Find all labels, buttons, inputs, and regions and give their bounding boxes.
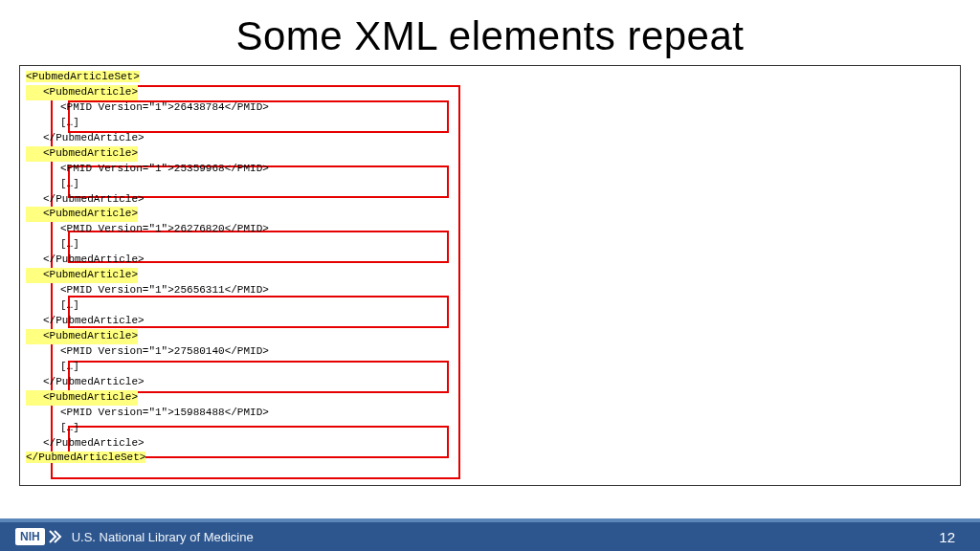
- tag-set-open: <PubmedArticleSet>: [26, 71, 140, 82]
- pmid-line-5: <PMID Version="1">27580140</PMID>: [26, 344, 269, 360]
- pmid-line-3: <PMID Version="1">26276820</PMID>: [26, 222, 269, 237]
- tag-article-open: <PubmedArticle>: [26, 85, 138, 100]
- tag-set-close: </PubmedArticleSet>: [26, 452, 145, 463]
- ellipsis-line: […]: [26, 298, 79, 314]
- pmid-line-4: <PMID Version="1">25656311</PMID>: [26, 283, 269, 298]
- chevron-right-icon: [47, 529, 62, 544]
- pmid-line-1: <PMID Version="1">26438784</PMID>: [26, 100, 269, 116]
- tag-article-open: <PubmedArticle>: [26, 390, 138, 406]
- footer-bar: NIH U.S. National Library of Medicine 12: [0, 518, 980, 551]
- pmid-line-6: <PMID Version="1">15988488</PMID>: [26, 406, 269, 421]
- ellipsis-line: […]: [26, 116, 79, 131]
- tag-article-close: </PubmedArticle>: [26, 436, 145, 452]
- nih-badge: NIH: [15, 528, 45, 545]
- tag-article-close: </PubmedArticle>: [26, 314, 145, 329]
- slide-title: Some XML elements repeat: [0, 0, 980, 65]
- ellipsis-line: […]: [26, 237, 79, 253]
- tag-article-open: <PubmedArticle>: [26, 268, 138, 283]
- ellipsis-line: […]: [26, 421, 79, 436]
- tag-article-close: </PubmedArticle>: [26, 253, 145, 268]
- tag-article-open: <PubmedArticle>: [26, 207, 138, 222]
- nih-logo: NIH: [15, 528, 62, 545]
- tag-article-close: </PubmedArticle>: [26, 375, 145, 390]
- pmid-line-2: <PMID Version="1">25359968</PMID>: [26, 162, 269, 177]
- tag-article-open: <PubmedArticle>: [26, 146, 138, 162]
- tag-article-open: <PubmedArticle>: [26, 329, 138, 344]
- ellipsis-line: […]: [26, 360, 79, 375]
- footer-org-text: U.S. National Library of Medicine: [72, 530, 254, 544]
- tag-article-close: </PubmedArticle>: [26, 131, 145, 146]
- xml-content: <PubmedArticleSet> <PubmedArticle> <PMID…: [26, 70, 954, 466]
- page-number: 12: [939, 529, 955, 545]
- tag-article-close: </PubmedArticle>: [26, 192, 145, 208]
- ellipsis-line: […]: [26, 177, 79, 192]
- xml-code-box: <PubmedArticleSet> <PubmedArticle> <PMID…: [19, 65, 961, 486]
